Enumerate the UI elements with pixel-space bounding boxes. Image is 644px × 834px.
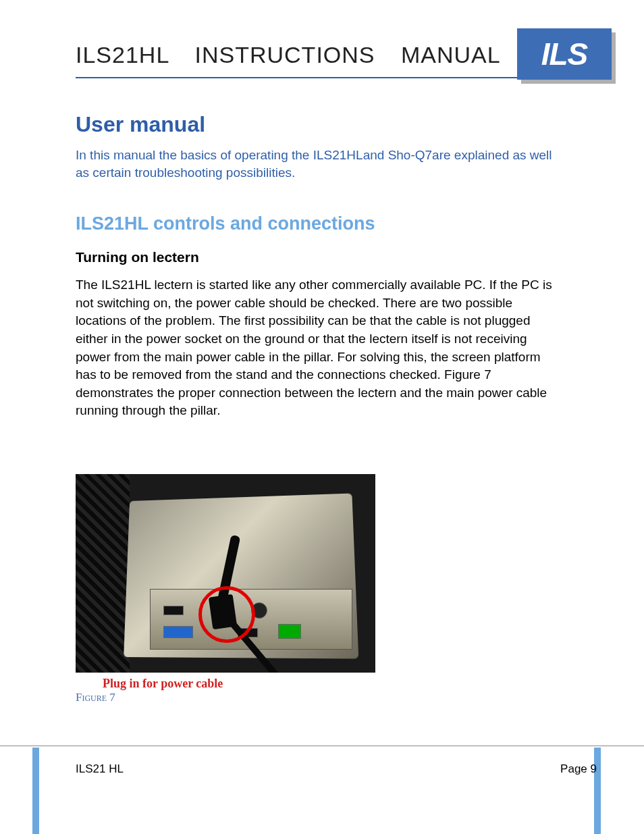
highlight-circle-icon — [198, 586, 255, 643]
figure-image — [76, 474, 375, 673]
footer-divider — [0, 746, 644, 746]
section-title-h3: Turning on lectern — [76, 249, 559, 265]
footer-accent-left — [32, 748, 39, 834]
figure-label: Figure 7 — [76, 691, 559, 704]
body-paragraph: The ILS21HL lectern is started like any … — [76, 276, 559, 420]
section-title-h1: User manual — [76, 112, 559, 137]
intro-paragraph: In this manual the basics of operating t… — [76, 147, 559, 181]
footer-accent-right — [594, 748, 601, 834]
footer-page-number: Page 9 — [560, 762, 597, 776]
page-header: ILS21HL INSTRUCTIONS MANUAL ILS — [32, 28, 612, 80]
content-area: User manual In this manual the basics of… — [32, 78, 559, 704]
figure-caption: Plug in for power cable — [103, 677, 559, 691]
ils-logo: ILS — [517, 28, 612, 80]
header-title: ILS21HL INSTRUCTIONS MANUAL — [32, 28, 501, 68]
section-title-h2: ILS21HL controls and connections — [76, 213, 559, 234]
figure-7: Plug in for power cable Figure 7 — [76, 474, 559, 704]
footer-left-text: ILS21 HL — [76, 762, 124, 776]
logo-text: ILS — [541, 36, 588, 72]
page-footer: ILS21 HL Page 9 — [76, 762, 597, 776]
